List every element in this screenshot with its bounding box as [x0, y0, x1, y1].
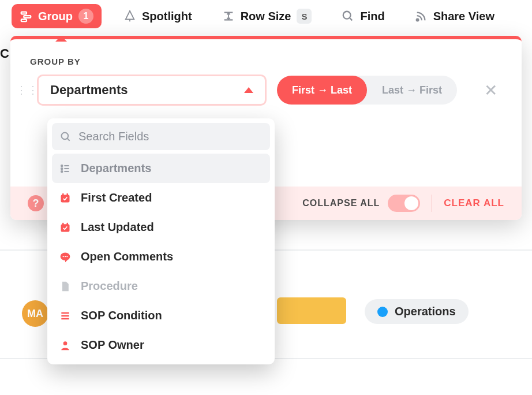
- svg-rect-20: [61, 224, 70, 232]
- avatar-initials: MA: [27, 308, 43, 320]
- sort-first-to-last[interactable]: First → Last: [277, 76, 367, 105]
- svg-rect-19: [67, 193, 69, 195]
- field-select[interactable]: Departments: [37, 74, 267, 106]
- collapse-all-toggle[interactable]: [388, 195, 420, 212]
- toolbar-share-button[interactable]: Share View: [407, 5, 503, 28]
- person-icon: [59, 340, 72, 351]
- avatar[interactable]: MA: [22, 300, 48, 327]
- svg-rect-0: [21, 12, 27, 14]
- dropdown-search: [52, 123, 270, 150]
- lines-icon: [59, 310, 72, 322]
- find-icon: [342, 10, 354, 23]
- dropdown-item-label: First Created: [81, 191, 152, 204]
- svg-point-13: [61, 167, 63, 169]
- dropdown-item-label: SOP Owner: [81, 338, 144, 352]
- dropdown-item-sop-condition[interactable]: SOP Condition: [52, 301, 270, 330]
- dropdown-item-departments[interactable]: Departments: [52, 154, 270, 183]
- group-icon: [20, 10, 32, 23]
- svg-point-25: [66, 256, 68, 257]
- tag-operations[interactable]: Operations: [365, 299, 469, 324]
- field-select-value: Departments: [50, 83, 128, 98]
- dropdown-item-label: Last Updated: [81, 221, 154, 234]
- rowsize-icon: [222, 10, 235, 23]
- collapse-all-label: COLLAPSE ALL: [302, 198, 380, 208]
- svg-point-29: [63, 341, 68, 345]
- remove-group-button[interactable]: ✕: [479, 81, 502, 100]
- svg-point-8: [416, 19, 418, 21]
- dropdown-item-procedure: Procedure: [52, 271, 270, 301]
- dropdown-search-input[interactable]: [78, 130, 262, 143]
- clear-all-button[interactable]: CLEAR ALL: [444, 198, 504, 209]
- svg-rect-21: [62, 222, 64, 225]
- svg-rect-22: [67, 222, 69, 225]
- background-tag-yellow: [277, 297, 346, 324]
- svg-point-23: [63, 256, 64, 257]
- tag-label: Operations: [395, 305, 456, 318]
- toolbar-group-label: Group: [38, 10, 73, 23]
- share-icon: [415, 10, 428, 23]
- svg-point-9: [62, 132, 69, 139]
- toolbar-share-label: Share View: [433, 10, 494, 23]
- svg-rect-18: [62, 193, 64, 195]
- dropdown-item-label: Open Comments: [81, 250, 173, 263]
- dropdown-item-label: Departments: [81, 162, 151, 175]
- toolbar-spotlight-label: Spotlight: [142, 10, 192, 23]
- svg-rect-1: [24, 16, 31, 18]
- dropdown-item-sop-owner[interactable]: SOP Owner: [52, 330, 270, 360]
- date-icon: [59, 222, 72, 233]
- toolbar-spotlight-button[interactable]: Spotlight: [115, 5, 200, 28]
- dropdown-item-label: Procedure: [81, 280, 138, 293]
- divider: [432, 195, 432, 212]
- dropdown-item-last-updated[interactable]: Last Updated: [52, 213, 270, 242]
- group-row: ⋮⋮ Departments First → Last Last → First…: [30, 74, 502, 106]
- group-count-badge: 1: [78, 9, 93, 24]
- field-dropdown: Departments First Created Last Updated O…: [47, 118, 275, 364]
- svg-rect-17: [61, 195, 70, 202]
- date-icon: [59, 192, 72, 204]
- list-icon: [59, 163, 72, 174]
- spotlight-icon: [123, 10, 136, 23]
- comment-icon: [59, 251, 72, 263]
- dropdown-item-open-comments[interactable]: Open Comments: [52, 242, 270, 271]
- toolbar-rowsize-button[interactable]: Row Size S: [214, 4, 320, 28]
- dropdown-item-first-created[interactable]: First Created: [52, 183, 270, 213]
- sort-last-to-first[interactable]: Last → First: [367, 76, 457, 105]
- sort-order-toggle: First → Last Last → First: [277, 76, 457, 105]
- search-icon: [60, 131, 72, 143]
- caret-up-icon: [244, 87, 253, 93]
- toolbar-group-button[interactable]: Group 1: [12, 4, 102, 28]
- svg-point-6: [343, 12, 351, 19]
- dot-icon: [377, 307, 388, 317]
- help-icon[interactable]: ?: [28, 195, 44, 211]
- view-toolbar: Group 1 Spotlight Row Size S Find Share …: [0, 0, 532, 32]
- breadcrumb-fragment: C: [0, 46, 9, 61]
- toolbar-find-button[interactable]: Find: [334, 5, 392, 28]
- svg-line-10: [68, 138, 70, 140]
- svg-point-15: [61, 170, 63, 172]
- rowsize-shortcut-key: S: [297, 9, 312, 24]
- drag-handle-icon[interactable]: ⋮⋮: [16, 84, 27, 96]
- svg-point-11: [61, 165, 63, 166]
- toolbar-find-label: Find: [360, 10, 384, 23]
- dropdown-item-label: SOP Condition: [81, 309, 162, 322]
- toolbar-rowsize-label: Row Size: [241, 10, 291, 23]
- dropdown-list: Departments First Created Last Updated O…: [52, 154, 270, 360]
- groupby-section-label: GROUP BY: [30, 57, 502, 66]
- document-icon: [59, 281, 72, 292]
- svg-line-7: [350, 18, 353, 21]
- svg-point-24: [65, 256, 66, 257]
- svg-rect-2: [21, 20, 27, 22]
